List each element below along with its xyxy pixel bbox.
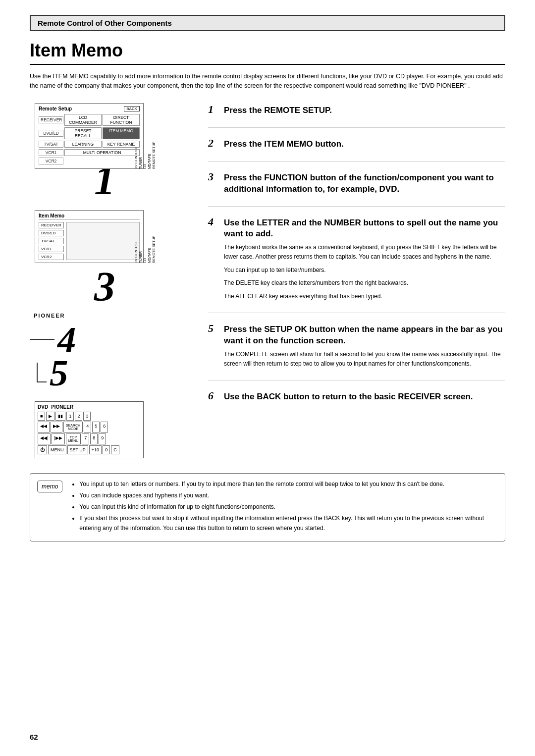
im-label-vcr2: VCR2 [39,254,64,260]
step4-desc-3: The DELETE key clears the letters/number… [224,278,505,288]
memo-item-4: If you start this process but want to st… [79,514,498,533]
step2-text: Press the ITEM MEMO button. [224,139,344,150]
pioneer-display-label: PIONEER [51,404,73,410]
dvd-8-btn[interactable]: 8 [90,433,98,444]
step3-num: 3 [208,170,219,183]
screen1-section: Remote Setup BACK RECEIVER LCDCOMMANDER … [30,103,193,201]
step5-text: Press the SETUP OK button when the name … [224,324,505,347]
dvd-search-mode-btn[interactable]: SEARCHMODE [63,422,83,432]
intro-paragraph: Use the ITEM MEMO capability to add more… [30,72,505,91]
side-labels-2: REMOTE SETUP MD/TAPE CD TUNER TV CONTROL [134,210,156,263]
step-6: 6 Use the BACK button to return to the b… [208,389,505,414]
step3-text: Press the FUNCTION button of the functio… [224,172,505,195]
memo-label-text: memo [37,481,62,492]
banner-text: Remote Control of Other Components [38,19,172,27]
step4-desc-4: The ALL CLEAR key erases everything that… [224,292,505,301]
pioneer-label: PIONEER [34,313,193,319]
dvd-5-btn[interactable]: 5 [92,422,100,432]
memo-item-1: You input up to ten letters or numbers. … [79,480,498,489]
item-memo-screen: Item Memo RECEIVER DVD/LD TV/SAT VCR1 VC… [35,210,144,263]
dvd-0-btn[interactable]: 0 [103,445,110,454]
step1-num: 1 [208,103,219,116]
step3-big-num: 3 [94,266,193,308]
row3-label: TV/SAT [39,141,63,148]
memo-item-3: You can input this kind of information f… [79,502,498,512]
step-1: 1 Press the REMOTE SETUP. [208,103,505,128]
dvd-7-btn[interactable]: 7 [82,433,89,444]
dvd-c-btn[interactable]: C [111,445,119,454]
step-2: 2 Press the ITEM MEMO button. [208,137,505,162]
row4-label: VCR1 [39,149,63,156]
remote-setup-screen: Remote Setup BACK RECEIVER LCDCOMMANDER … [35,103,144,169]
dvd-4-btn[interactable]: 4 [84,422,91,432]
item-memo-input-area[interactable] [66,222,140,260]
memo-box: memo You input up to ten letters or numb… [30,473,505,541]
dvd-play-btn[interactable]: ▶ [46,412,54,421]
im-label-dvd: DVD/LD [39,230,64,236]
dvd-10-btn[interactable]: +10 [89,445,102,454]
row2-label: DVD/LD [39,130,63,137]
main-layout: Remote Setup BACK RECEIVER LCDCOMMANDER … [30,103,505,458]
preset-recall-btn[interactable]: PRESET RECALL [64,127,102,139]
step4-desc-1: The keyboard works the same as a convent… [224,243,505,261]
dvd-label: DVD [38,404,48,410]
dvd-pause-btn[interactable]: ▮▮ [55,412,65,421]
step6-text: Use the BACK button to return to the bas… [224,391,473,403]
im-label-tv: TV/SAT [39,238,64,244]
step4-num: 4 [208,216,219,228]
dvd-setup-btn[interactable]: SET UP [67,445,88,454]
step5-desc-1: The COMPLETE screen will show for half a… [224,350,505,368]
step-5: 5 Press the SETUP OK button when the nam… [208,322,505,380]
dvd-menu-btn[interactable]: MENU [48,445,66,454]
lcd-commander-btn[interactable]: LCDCOMMANDER [64,114,102,126]
multi-operation-btn[interactable]: MULTI OPERATION [64,149,140,156]
right-column: 1 Press the REMOTE SETUP. 2 Press the IT… [208,103,505,423]
row5-label: VCR2 [39,158,63,164]
page-title: Item Memo [30,40,505,65]
dvd-top-menu-btn[interactable]: TOPMENU [66,433,81,444]
im-label-vcr1: VCR1 [39,246,64,252]
item-memo-labels: RECEIVER DVD/LD TV/SAT VCR1 VCR2 [39,222,64,260]
step4-desc: The keyboard works the same as a convent… [224,243,505,301]
dvd-pioneer-display: DVD PIONEER ■ ▶ ▮▮ 1 2 3 ◀◀ ▶▶ SEARCHMOD… [35,401,144,458]
dvd-stop-btn[interactable]: ■ [38,412,45,421]
row1-label: RECEIVER [39,116,63,123]
remote-control-banner: Remote Control of Other Components [30,15,505,31]
dvd-fwd-btn[interactable]: ▶▶ [51,422,62,432]
step2-num: 2 [208,137,219,150]
page-number: 62 [30,733,38,741]
step4-text: Use the LETTER and the NUMBER buttons to… [224,217,505,240]
dvd-9-btn[interactable]: 9 [99,433,106,444]
dvd-power-btn[interactable]: ⏻ [38,445,47,454]
screen2-section: Item Memo RECEIVER DVD/LD TV/SAT VCR1 VC… [30,206,193,319]
left-column: Remote Setup BACK RECEIVER LCDCOMMANDER … [30,103,193,458]
steps-45-indicators: 4 5 [30,321,193,391]
side-labels: REMOTE SETUP MD/TAPE CD TUNER TV CONTROL [134,103,156,169]
screen2-title: Item Memo [39,213,140,220]
dvd-3-btn[interactable]: 3 [83,412,91,421]
step-4: 4 Use the LETTER and the NUMBER buttons … [208,216,505,314]
step5-num: 5 [208,322,219,335]
dvd-skip-back-btn[interactable]: ◀◀| [38,433,51,444]
im-label-receiver: RECEIVER [39,222,64,228]
step-3: 3 Press the FUNCTION button of the funct… [208,170,505,207]
dvd-skip-fwd-btn[interactable]: |▶▶ [52,433,64,444]
dvd-1-btn[interactable]: 1 [66,412,74,421]
step1-text: Press the REMOTE SETUP. [224,105,332,116]
dvd-6-btn[interactable]: 6 [101,422,108,432]
step4-desc-2: You can input up to ten letter/numbers. [224,266,505,275]
step6-num: 6 [208,389,219,402]
memo-content: You input up to ten letters or numbers. … [70,480,498,535]
memo-item-2: You can include spaces and hyphens if yo… [79,491,498,500]
step5-big-num: 5 [50,354,68,391]
dvd-rew-btn[interactable]: ◀◀ [38,422,50,432]
step5-desc: The COMPLETE screen will show for half a… [224,350,505,368]
dvd-2-btn[interactable]: 2 [75,412,82,421]
screen1-title: Remote Setup [39,106,72,111]
learning-btn[interactable]: LEARNING [64,141,102,148]
